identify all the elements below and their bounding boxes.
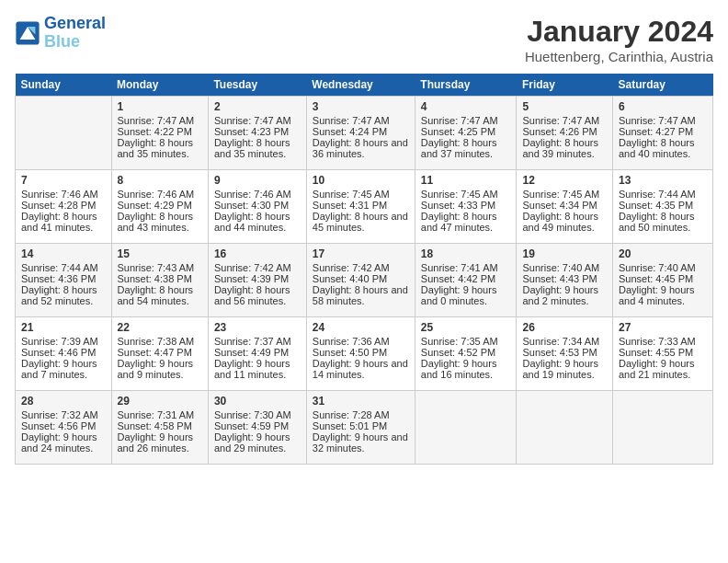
day-number: 17: [313, 247, 409, 260]
sunset-text: Sunset: 4:35 PM: [619, 200, 693, 211]
sunset-text: Sunset: 4:33 PM: [421, 200, 495, 211]
sunrise-text: Sunrise: 7:47 AM: [522, 115, 599, 126]
daylight-text: Daylight: 9 hours and 14 minutes.: [313, 358, 408, 380]
daylight-text: Daylight: 8 hours and 54 minutes.: [118, 284, 194, 306]
day-number: 25: [421, 321, 511, 334]
sunset-text: Sunset: 4:34 PM: [522, 200, 597, 211]
calendar-body: 1 Sunrise: 7:47 AM Sunset: 4:22 PM Dayli…: [16, 97, 713, 465]
sunset-text: Sunset: 4:59 PM: [214, 420, 289, 431]
daylight-text: Daylight: 9 hours and 2 minutes.: [522, 284, 598, 306]
calendar-cell: 7 Sunrise: 7:46 AM Sunset: 4:28 PM Dayli…: [16, 170, 112, 244]
sunrise-text: Sunrise: 7:42 AM: [214, 262, 291, 273]
day-number: 4: [421, 100, 511, 113]
sunrise-text: Sunrise: 7:40 AM: [522, 262, 599, 273]
sunrise-text: Sunrise: 7:43 AM: [118, 262, 195, 273]
daylight-text: Daylight: 9 hours and 24 minutes.: [21, 431, 97, 454]
sunrise-text: Sunrise: 7:31 AM: [118, 409, 195, 420]
calendar-week-1: 1 Sunrise: 7:47 AM Sunset: 4:22 PM Dayli…: [16, 97, 713, 170]
sunrise-text: Sunrise: 7:47 AM: [421, 115, 498, 126]
daylight-text: Daylight: 9 hours and 16 minutes.: [421, 358, 497, 380]
calendar-cell: 29 Sunrise: 7:31 AM Sunset: 4:58 PM Dayl…: [111, 391, 208, 465]
day-number: 9: [214, 174, 301, 187]
daylight-text: Daylight: 8 hours and 44 minutes.: [214, 211, 290, 233]
daylight-text: Daylight: 8 hours and 35 minutes.: [214, 137, 290, 159]
calendar-cell: 10 Sunrise: 7:45 AM Sunset: 4:31 PM Dayl…: [306, 170, 415, 244]
page-header: General Blue January 2024 Huettenberg, C…: [15, 15, 713, 64]
daylight-text: Daylight: 8 hours and 36 minutes.: [313, 137, 408, 159]
location-subtitle: Huettenberg, Carinthia, Austria: [525, 49, 713, 64]
calendar-cell: 31 Sunrise: 7:28 AM Sunset: 5:01 PM Dayl…: [306, 391, 415, 465]
calendar-cell: 24 Sunrise: 7:36 AM Sunset: 4:50 PM Dayl…: [306, 317, 415, 391]
day-number: 21: [21, 321, 106, 334]
sunset-text: Sunset: 4:30 PM: [214, 200, 289, 211]
sunrise-text: Sunrise: 7:47 AM: [118, 115, 195, 126]
daylight-text: Daylight: 9 hours and 7 minutes.: [21, 358, 97, 380]
calendar-week-4: 21 Sunrise: 7:39 AM Sunset: 4:46 PM Dayl…: [16, 317, 713, 391]
day-number: 29: [118, 395, 202, 408]
calendar-cell: 21 Sunrise: 7:39 AM Sunset: 4:46 PM Dayl…: [16, 317, 112, 391]
calendar-table: SundayMondayTuesdayWednesdayThursdayFrid…: [15, 74, 713, 465]
sunset-text: Sunset: 4:52 PM: [421, 347, 495, 358]
daylight-text: Daylight: 8 hours and 47 minutes.: [421, 211, 497, 233]
daylight-text: Daylight: 8 hours and 50 minutes.: [619, 211, 695, 233]
daylight-text: Daylight: 9 hours and 4 minutes.: [619, 284, 695, 306]
sunset-text: Sunset: 4:46 PM: [21, 347, 96, 358]
daylight-text: Daylight: 8 hours and 58 minutes.: [313, 284, 408, 306]
sunrise-text: Sunrise: 7:35 AM: [421, 336, 498, 347]
day-number: 20: [619, 247, 707, 260]
daylight-text: Daylight: 9 hours and 19 minutes.: [522, 358, 598, 380]
sunset-text: Sunset: 4:53 PM: [522, 347, 597, 358]
day-number: 27: [619, 321, 707, 334]
sunrise-text: Sunrise: 7:45 AM: [522, 189, 599, 200]
sunrise-text: Sunrise: 7:34 AM: [522, 336, 599, 347]
daylight-text: Daylight: 8 hours and 52 minutes.: [21, 284, 97, 306]
month-year-title: January 2024: [525, 15, 713, 49]
sunset-text: Sunset: 4:42 PM: [421, 273, 495, 284]
calendar-cell: 22 Sunrise: 7:38 AM Sunset: 4:47 PM Dayl…: [111, 317, 208, 391]
sunset-text: Sunset: 4:40 PM: [313, 273, 387, 284]
day-number: 2: [214, 100, 301, 113]
calendar-cell: 25 Sunrise: 7:35 AM Sunset: 4:52 PM Dayl…: [415, 317, 517, 391]
sunrise-text: Sunrise: 7:40 AM: [619, 262, 696, 273]
calendar-cell: 8 Sunrise: 7:46 AM Sunset: 4:29 PM Dayli…: [111, 170, 208, 244]
sunrise-text: Sunrise: 7:37 AM: [214, 336, 291, 347]
title-block: January 2024 Huettenberg, Carinthia, Aus…: [525, 15, 713, 64]
calendar-week-2: 7 Sunrise: 7:46 AM Sunset: 4:28 PM Dayli…: [16, 170, 713, 244]
sunrise-text: Sunrise: 7:45 AM: [313, 189, 390, 200]
sunset-text: Sunset: 4:31 PM: [313, 200, 387, 211]
calendar-cell: 2 Sunrise: 7:47 AM Sunset: 4:23 PM Dayli…: [208, 97, 306, 170]
day-number: 28: [21, 395, 106, 408]
daylight-text: Daylight: 8 hours and 56 minutes.: [214, 284, 290, 306]
day-number: 30: [214, 395, 301, 408]
calendar-cell: 16 Sunrise: 7:42 AM Sunset: 4:39 PM Dayl…: [208, 244, 306, 317]
day-number: 8: [118, 174, 202, 187]
daylight-text: Daylight: 9 hours and 29 minutes.: [214, 431, 290, 454]
sunrise-text: Sunrise: 7:46 AM: [118, 189, 195, 200]
sunset-text: Sunset: 4:25 PM: [421, 126, 495, 137]
calendar-cell: 19 Sunrise: 7:40 AM Sunset: 4:43 PM Dayl…: [517, 244, 613, 317]
calendar-cell: 20 Sunrise: 7:40 AM Sunset: 4:45 PM Dayl…: [612, 244, 712, 317]
daylight-text: Daylight: 9 hours and 21 minutes.: [619, 358, 695, 380]
daylight-text: Daylight: 8 hours and 35 minutes.: [118, 137, 194, 159]
sunset-text: Sunset: 4:43 PM: [522, 273, 597, 284]
calendar-cell: 27 Sunrise: 7:33 AM Sunset: 4:55 PM Dayl…: [612, 317, 712, 391]
sunrise-text: Sunrise: 7:41 AM: [421, 262, 498, 273]
daylight-text: Daylight: 8 hours and 45 minutes.: [313, 211, 408, 233]
sunrise-text: Sunrise: 7:36 AM: [313, 336, 390, 347]
day-number: 15: [118, 247, 202, 260]
daylight-text: Daylight: 8 hours and 40 minutes.: [619, 137, 695, 159]
sunrise-text: Sunrise: 7:45 AM: [421, 189, 498, 200]
daylight-text: Daylight: 8 hours and 43 minutes.: [118, 211, 194, 233]
sunset-text: Sunset: 4:47 PM: [118, 347, 192, 358]
calendar-week-5: 28 Sunrise: 7:32 AM Sunset: 4:56 PM Dayl…: [16, 391, 713, 465]
daylight-text: Daylight: 9 hours and 0 minutes.: [421, 284, 497, 306]
sunset-text: Sunset: 4:36 PM: [21, 273, 96, 284]
calendar-cell: 3 Sunrise: 7:47 AM Sunset: 4:24 PM Dayli…: [306, 97, 415, 170]
sunrise-text: Sunrise: 7:46 AM: [214, 189, 291, 200]
daylight-text: Daylight: 9 hours and 11 minutes.: [214, 358, 290, 380]
logo: General Blue: [15, 15, 106, 52]
sunrise-text: Sunrise: 7:28 AM: [313, 409, 390, 420]
calendar-cell: 30 Sunrise: 7:30 AM Sunset: 4:59 PM Dayl…: [208, 391, 306, 465]
weekday-header-tuesday: Tuesday: [208, 74, 306, 97]
calendar-cell: 17 Sunrise: 7:42 AM Sunset: 4:40 PM Dayl…: [306, 244, 415, 317]
